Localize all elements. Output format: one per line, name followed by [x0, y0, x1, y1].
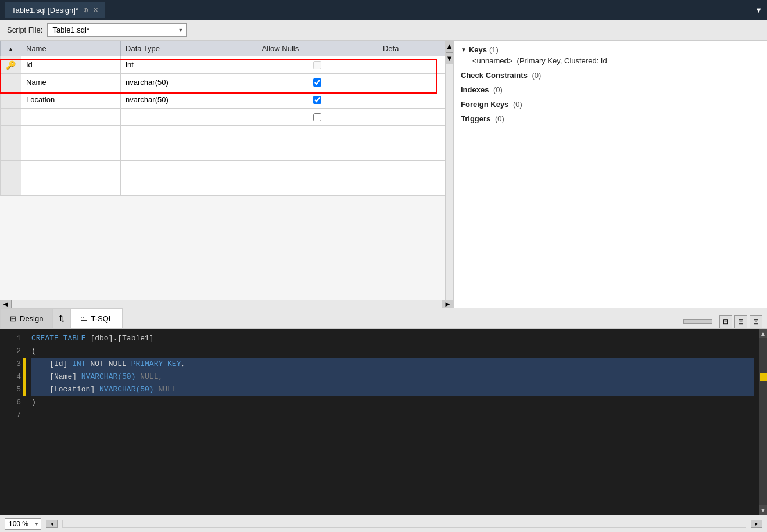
- sql-editor: 1 2 3 4 5 6 7 CREATE TABLE [dbo].[Table1…: [0, 329, 767, 515]
- row-icon-cell: [1, 161, 21, 178]
- row-name-cell[interactable]: [21, 161, 121, 178]
- table-row[interactable]: [1, 109, 445, 126]
- horiz-scroll-track[interactable]: [62, 520, 746, 528]
- row-icon-cell: [1, 126, 21, 143]
- table-row[interactable]: 🔑 Id int: [1, 56, 445, 74]
- scroll-left-arrow[interactable]: ◄: [0, 300, 12, 308]
- maximize-button[interactable]: ⊡: [750, 315, 762, 328]
- expand-triangle-keys[interactable]: ▼: [461, 46, 467, 53]
- top-section: ▲ Name Data Type Allow Nulls Defa: [0, 41, 767, 308]
- row-datatype-cell[interactable]: [121, 178, 257, 196]
- allow-nulls-checkbox[interactable]: [313, 78, 321, 87]
- row-datatype-cell[interactable]: [121, 161, 257, 178]
- prop-section-check-constraints: Check Constraints (0): [461, 71, 760, 80]
- table-row[interactable]: [1, 126, 445, 143]
- main-content: ▲ Name Data Type Allow Nulls Defa: [0, 41, 767, 532]
- split-horizontal-button[interactable]: ⊟: [734, 315, 747, 328]
- row-name-cell[interactable]: Id: [21, 56, 121, 74]
- tab-tsql[interactable]: 🗃 T-SQL: [70, 308, 123, 328]
- tab-sort-arrows[interactable]: ⇅: [53, 308, 70, 328]
- allow-nulls-checkbox[interactable]: [313, 61, 321, 69]
- sort-arrow: ▲: [8, 46, 14, 52]
- allow-nulls-checkbox[interactable]: [313, 96, 321, 104]
- table-row[interactable]: [1, 143, 445, 161]
- horizontal-scrollbar[interactable]: ◄ ►: [0, 300, 453, 308]
- bottom-bar: 100 % ◄ ►: [0, 515, 767, 532]
- sql-scroll-down[interactable]: ▼: [759, 505, 767, 515]
- tab-bar-right: ⊟ ⊟ ⊡: [683, 315, 767, 328]
- properties-panel: ▼ Keys (1) <unnamed> (Primary Key, Clust…: [453, 41, 767, 308]
- row-name-cell[interactable]: [21, 143, 121, 161]
- horiz-scroll-left[interactable]: ◄: [46, 520, 58, 528]
- script-file-label: Script File:: [7, 26, 42, 34]
- script-bar: Script File: Table1.sql*: [0, 20, 767, 41]
- row-datatype-cell[interactable]: nvarchar(50): [121, 74, 257, 91]
- row-default-cell[interactable]: [378, 178, 445, 196]
- designer-table: ▲ Name Data Type Allow Nulls Defa: [0, 41, 445, 196]
- prop-section-header-keys: ▼ Keys (1): [461, 45, 760, 54]
- row-icon-cell: 🔑: [1, 56, 21, 74]
- vertical-scrollbar[interactable]: ▲ ▼: [445, 41, 453, 300]
- row-datatype-cell[interactable]: nvarchar(50): [121, 91, 257, 109]
- col-header-allownulls: Allow Nulls: [257, 41, 378, 56]
- row-allownulls-cell: [257, 178, 378, 196]
- row-name-cell[interactable]: Location: [21, 91, 121, 109]
- table-row[interactable]: [1, 161, 445, 178]
- row-name-cell[interactable]: [21, 126, 121, 143]
- dropdown-icon[interactable]: ▼: [755, 6, 762, 15]
- row-default-cell[interactable]: [378, 91, 445, 109]
- change-marker: [23, 409, 26, 422]
- row-name-cell[interactable]: Name: [21, 74, 121, 91]
- row-datatype-cell[interactable]: [121, 126, 257, 143]
- code-line-6: ): [31, 396, 754, 409]
- row-allownulls-cell: [257, 143, 378, 161]
- row-default-cell[interactable]: [378, 109, 445, 126]
- split-vertical-button[interactable]: ⊟: [719, 315, 732, 328]
- sql-scroll-up[interactable]: ▲: [759, 329, 767, 338]
- script-file-select[interactable]: Table1.sql*: [47, 23, 187, 37]
- script-select-wrapper: Table1.sql*: [47, 23, 187, 37]
- row-default-cell[interactable]: [378, 143, 445, 161]
- row-default-cell[interactable]: [378, 161, 445, 178]
- row-datatype-cell[interactable]: [121, 143, 257, 161]
- prop-section-triggers: Triggers (0): [461, 114, 760, 123]
- row-allownulls-cell: [257, 161, 378, 178]
- zoom-select[interactable]: 100 %: [5, 518, 41, 530]
- col-header-datatype: Data Type: [121, 41, 257, 56]
- table-row[interactable]: Name nvarchar(50): [1, 74, 445, 91]
- row-allownulls-cell: [257, 56, 378, 74]
- document-tab[interactable]: Table1.sql [Design]* ⊕ ✕: [5, 2, 105, 18]
- prop-title-indexes: Indexes: [461, 85, 489, 94]
- horiz-scroll-right[interactable]: ►: [751, 520, 762, 528]
- line-number: 2: [2, 345, 21, 358]
- prop-section-header-foreign-keys: Foreign Keys (0): [461, 100, 760, 109]
- code-line-2: (: [31, 345, 754, 358]
- tab-design[interactable]: ⊞ Design: [0, 308, 53, 328]
- allow-nulls-checkbox[interactable]: [313, 113, 321, 121]
- change-marker-modified: [23, 371, 26, 383]
- row-name-cell[interactable]: [21, 109, 121, 126]
- scroll-down-arrow[interactable]: ▼: [446, 52, 453, 64]
- row-allownulls-cell: [257, 126, 378, 143]
- line-number: 6: [2, 396, 21, 409]
- row-datatype-cell[interactable]: int: [121, 56, 257, 74]
- tsql-tab-label: T-SQL: [91, 314, 113, 323]
- sql-editor-scrollbar[interactable]: ▲ ▼: [759, 329, 767, 515]
- table-row[interactable]: [1, 178, 445, 196]
- pin-icon[interactable]: ⊕: [83, 6, 88, 14]
- row-allownulls-cell: [257, 74, 378, 91]
- scroll-right-arrow[interactable]: ►: [442, 300, 453, 308]
- row-allownulls-cell: [257, 91, 378, 109]
- row-default-cell[interactable]: [378, 56, 445, 74]
- table-row[interactable]: Location nvarchar(50): [1, 91, 445, 109]
- prop-title-check-constraints: Check Constraints: [461, 71, 528, 80]
- row-name-cell[interactable]: [21, 178, 121, 196]
- row-default-cell[interactable]: [378, 126, 445, 143]
- tsql-tab-db-icon: 🗃: [80, 314, 87, 322]
- sql-code-area[interactable]: CREATE TABLE [dbo].[Table1] ( [Id] INT N…: [27, 329, 759, 515]
- sql-scroll-track[interactable]: [759, 338, 767, 505]
- close-icon[interactable]: ✕: [93, 6, 98, 14]
- row-default-cell[interactable]: [378, 74, 445, 91]
- row-datatype-cell[interactable]: [121, 109, 257, 126]
- scroll-up-arrow[interactable]: ▲: [446, 41, 453, 52]
